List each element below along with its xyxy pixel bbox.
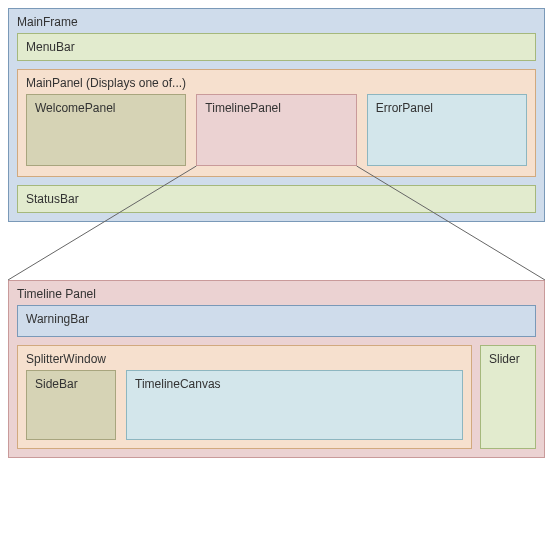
welcomepanel-label: WelcomePanel — [35, 101, 177, 115]
sidebar-label: SideBar — [35, 377, 107, 391]
splitterwindow-label: SplitterWindow — [26, 352, 463, 366]
slider-box: Slider — [480, 345, 536, 449]
slider-label: Slider — [489, 352, 527, 366]
timelinepanel-box: TimelinePanel — [196, 94, 356, 166]
errorpanel-box: ErrorPanel — [367, 94, 527, 166]
timelinepanel-detail-box: Timeline Panel WarningBar SplitterWindow… — [8, 280, 545, 458]
sidebar-box: SideBar — [26, 370, 116, 440]
welcomepanel-box: WelcomePanel — [26, 94, 186, 166]
warningbar-label: WarningBar — [26, 312, 527, 326]
mainframe-box: MainFrame MenuBar MainPanel (Displays on… — [8, 8, 545, 222]
errorpanel-label: ErrorPanel — [376, 101, 518, 115]
warningbar-box: WarningBar — [17, 305, 536, 337]
timelinecanvas-box: TimelineCanvas — [126, 370, 463, 440]
mainframe-label: MainFrame — [17, 15, 536, 29]
menubar-box: MenuBar — [17, 33, 536, 61]
mainpanel-box: MainPanel (Displays one of...) WelcomePa… — [17, 69, 536, 177]
statusbar-label: StatusBar — [26, 192, 527, 206]
menubar-label: MenuBar — [26, 40, 527, 54]
mainpanel-label: MainPanel (Displays one of...) — [26, 76, 527, 90]
splitterwindow-box: SplitterWindow SideBar TimelineCanvas — [17, 345, 472, 449]
timelinecanvas-label: TimelineCanvas — [135, 377, 454, 391]
statusbar-box: StatusBar — [17, 185, 536, 213]
timelinepanel-detail-label: Timeline Panel — [17, 287, 536, 301]
timelinepanel-label: TimelinePanel — [205, 101, 347, 115]
